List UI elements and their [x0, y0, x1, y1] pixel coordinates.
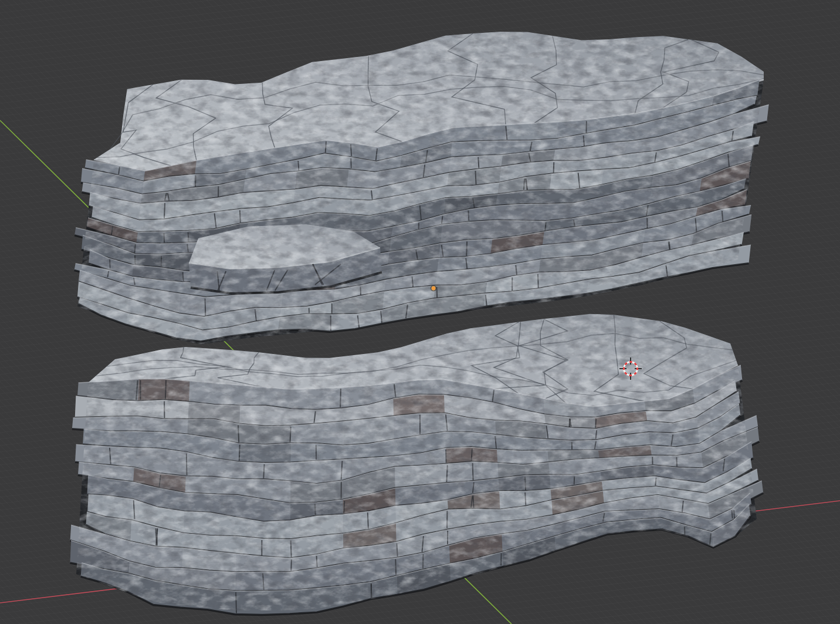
viewport-canvas[interactable]	[0, 0, 840, 624]
viewport[interactable]	[0, 0, 840, 624]
object-origin-dot[interactable]	[431, 286, 436, 291]
